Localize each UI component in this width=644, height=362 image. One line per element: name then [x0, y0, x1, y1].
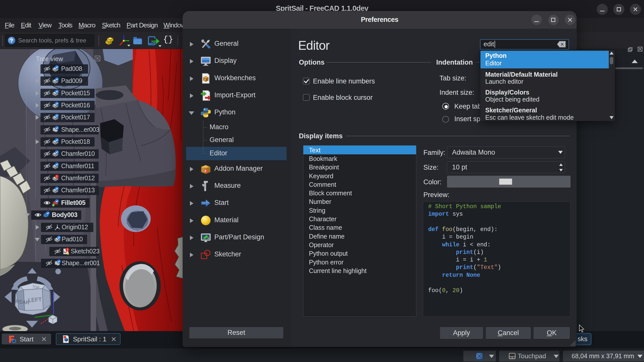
- svg-text:LEFT: LEFT: [28, 296, 42, 303]
- svg-text:F: F: [205, 79, 206, 81]
- svg-text:F: F: [205, 169, 207, 173]
- svg-text:!: !: [56, 175, 57, 178]
- svg-text:?: ?: [10, 37, 13, 44]
- svg-text:!: !: [67, 248, 68, 252]
